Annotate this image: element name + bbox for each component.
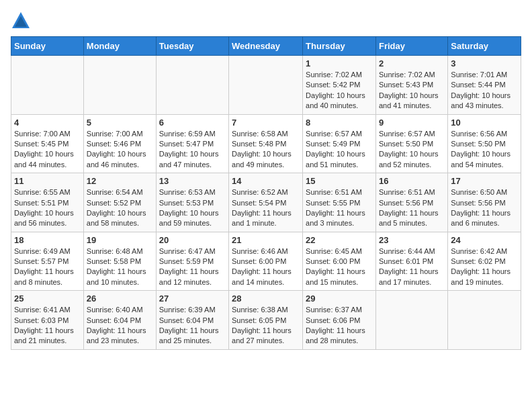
- day-number: 12: [87, 176, 153, 186]
- day-number: 7: [232, 118, 300, 128]
- calendar-cell: [375, 291, 447, 350]
- day-number: 11: [14, 176, 81, 186]
- day-number: 1: [306, 58, 373, 68]
- week-row-4: 18Sunrise: 6:49 AM Sunset: 5:57 PM Dayli…: [11, 232, 521, 291]
- day-info: Sunrise: 6:46 AM Sunset: 6:00 PM Dayligh…: [232, 246, 300, 288]
- day-header-wednesday: Wednesday: [229, 37, 303, 56]
- calendar-cell: 20Sunrise: 6:47 AM Sunset: 5:59 PM Dayli…: [156, 232, 228, 291]
- calendar-cell: 10Sunrise: 6:56 AM Sunset: 5:50 PM Dayli…: [448, 114, 521, 173]
- day-number: 2: [379, 58, 445, 68]
- day-info: Sunrise: 6:59 AM Sunset: 5:47 PM Dayligh…: [159, 129, 226, 171]
- calendar-cell: 24Sunrise: 6:42 AM Sunset: 6:02 PM Dayli…: [448, 232, 521, 291]
- logo: [11, 11, 34, 31]
- calendar-cell: 29Sunrise: 6:37 AM Sunset: 6:06 PM Dayli…: [303, 291, 376, 350]
- day-number: 15: [306, 176, 373, 186]
- calendar-cell: 9Sunrise: 6:57 AM Sunset: 5:50 PM Daylig…: [375, 114, 447, 173]
- day-number: 9: [379, 118, 445, 128]
- calendar-cell: 26Sunrise: 6:40 AM Sunset: 6:04 PM Dayli…: [83, 291, 156, 350]
- week-row-1: 1Sunrise: 7:02 AM Sunset: 5:42 PM Daylig…: [11, 56, 521, 115]
- calendar-cell: 11Sunrise: 6:55 AM Sunset: 5:51 PM Dayli…: [11, 173, 84, 232]
- week-row-2: 4Sunrise: 7:00 AM Sunset: 5:45 PM Daylig…: [11, 114, 521, 173]
- day-number: 4: [14, 118, 81, 128]
- day-number: 28: [232, 293, 300, 304]
- calendar-cell: 3Sunrise: 7:01 AM Sunset: 5:44 PM Daylig…: [448, 56, 521, 115]
- day-info: Sunrise: 7:02 AM Sunset: 5:42 PM Dayligh…: [306, 70, 373, 111]
- week-row-5: 25Sunrise: 6:41 AM Sunset: 6:03 PM Dayli…: [11, 291, 521, 350]
- day-info: Sunrise: 6:45 AM Sunset: 6:00 PM Dayligh…: [306, 246, 373, 288]
- calendar-cell: 19Sunrise: 6:48 AM Sunset: 5:58 PM Dayli…: [83, 232, 156, 291]
- logo-icon: [11, 11, 31, 31]
- calendar-cell: [448, 291, 521, 350]
- day-info: Sunrise: 6:49 AM Sunset: 5:57 PM Dayligh…: [14, 246, 81, 288]
- day-info: Sunrise: 6:44 AM Sunset: 6:01 PM Dayligh…: [379, 246, 445, 288]
- day-info: Sunrise: 7:00 AM Sunset: 5:45 PM Dayligh…: [14, 129, 81, 171]
- calendar-cell: 27Sunrise: 6:39 AM Sunset: 6:04 PM Dayli…: [156, 291, 228, 350]
- day-number: 13: [159, 176, 226, 186]
- calendar-cell: 6Sunrise: 6:59 AM Sunset: 5:47 PM Daylig…: [156, 114, 228, 173]
- day-number: 8: [306, 118, 373, 128]
- day-header-friday: Friday: [375, 37, 447, 56]
- day-number: 22: [306, 235, 373, 245]
- calendar-cell: 25Sunrise: 6:41 AM Sunset: 6:03 PM Dayli…: [11, 291, 84, 350]
- day-info: Sunrise: 6:48 AM Sunset: 5:58 PM Dayligh…: [87, 246, 153, 288]
- day-number: 26: [87, 293, 153, 304]
- day-info: Sunrise: 6:57 AM Sunset: 5:50 PM Dayligh…: [379, 129, 445, 171]
- calendar-cell: 13Sunrise: 6:53 AM Sunset: 5:53 PM Dayli…: [156, 173, 228, 232]
- day-header-tuesday: Tuesday: [156, 37, 228, 56]
- calendar-cell: 7Sunrise: 6:58 AM Sunset: 5:48 PM Daylig…: [229, 114, 303, 173]
- day-number: 21: [232, 235, 300, 245]
- calendar-cell: 17Sunrise: 6:50 AM Sunset: 5:56 PM Dayli…: [448, 173, 521, 232]
- day-info: Sunrise: 7:02 AM Sunset: 5:43 PM Dayligh…: [379, 70, 445, 111]
- day-info: Sunrise: 6:47 AM Sunset: 5:59 PM Dayligh…: [159, 246, 226, 288]
- calendar-cell: 18Sunrise: 6:49 AM Sunset: 5:57 PM Dayli…: [11, 232, 84, 291]
- day-info: Sunrise: 6:38 AM Sunset: 6:05 PM Dayligh…: [232, 305, 300, 347]
- day-header-sunday: Sunday: [11, 37, 84, 56]
- day-info: Sunrise: 6:57 AM Sunset: 5:49 PM Dayligh…: [306, 129, 373, 171]
- day-header-thursday: Thursday: [303, 37, 376, 56]
- day-info: Sunrise: 6:58 AM Sunset: 5:48 PM Dayligh…: [232, 129, 300, 171]
- calendar-cell: 4Sunrise: 7:00 AM Sunset: 5:45 PM Daylig…: [11, 114, 84, 173]
- day-info: Sunrise: 6:51 AM Sunset: 5:56 PM Dayligh…: [379, 187, 445, 229]
- calendar-cell: 2Sunrise: 7:02 AM Sunset: 5:43 PM Daylig…: [375, 56, 447, 115]
- calendar-cell: 16Sunrise: 6:51 AM Sunset: 5:56 PM Dayli…: [375, 173, 447, 232]
- day-info: Sunrise: 6:39 AM Sunset: 6:04 PM Dayligh…: [159, 305, 226, 347]
- day-info: Sunrise: 6:50 AM Sunset: 5:56 PM Dayligh…: [451, 187, 518, 229]
- page-header: [11, 11, 521, 31]
- calendar-cell: 23Sunrise: 6:44 AM Sunset: 6:01 PM Dayli…: [375, 232, 447, 291]
- calendar-cell: 22Sunrise: 6:45 AM Sunset: 6:00 PM Dayli…: [303, 232, 376, 291]
- day-info: Sunrise: 6:37 AM Sunset: 6:06 PM Dayligh…: [306, 305, 373, 347]
- day-number: 23: [379, 235, 445, 245]
- day-number: 6: [159, 118, 226, 128]
- day-number: 18: [14, 235, 81, 245]
- day-number: 17: [451, 176, 518, 186]
- day-number: 19: [87, 235, 153, 245]
- day-number: 24: [451, 235, 518, 245]
- day-info: Sunrise: 6:53 AM Sunset: 5:53 PM Dayligh…: [159, 187, 226, 229]
- day-info: Sunrise: 6:41 AM Sunset: 6:03 PM Dayligh…: [14, 305, 81, 347]
- day-number: 29: [306, 293, 373, 304]
- calendar-cell: 21Sunrise: 6:46 AM Sunset: 6:00 PM Dayli…: [229, 232, 303, 291]
- day-info: Sunrise: 6:56 AM Sunset: 5:50 PM Dayligh…: [451, 129, 518, 171]
- calendar-cell: [229, 56, 303, 115]
- calendar-cell: 5Sunrise: 7:00 AM Sunset: 5:46 PM Daylig…: [83, 114, 156, 173]
- day-info: Sunrise: 6:51 AM Sunset: 5:55 PM Dayligh…: [306, 187, 373, 229]
- day-number: 14: [232, 176, 300, 186]
- calendar-cell: [83, 56, 156, 115]
- day-number: 16: [379, 176, 445, 186]
- day-info: Sunrise: 6:40 AM Sunset: 6:04 PM Dayligh…: [87, 305, 153, 347]
- day-header-monday: Monday: [83, 37, 156, 56]
- day-number: 3: [451, 58, 518, 68]
- calendar-cell: 12Sunrise: 6:54 AM Sunset: 5:52 PM Dayli…: [83, 173, 156, 232]
- day-number: 25: [14, 293, 81, 304]
- calendar-header-row: SundayMondayTuesdayWednesdayThursdayFrid…: [11, 37, 521, 56]
- day-number: 5: [87, 118, 153, 128]
- day-info: Sunrise: 6:52 AM Sunset: 5:54 PM Dayligh…: [232, 187, 300, 229]
- day-header-saturday: Saturday: [448, 37, 521, 56]
- calendar-cell: 14Sunrise: 6:52 AM Sunset: 5:54 PM Dayli…: [229, 173, 303, 232]
- calendar-cell: 8Sunrise: 6:57 AM Sunset: 5:49 PM Daylig…: [303, 114, 376, 173]
- day-info: Sunrise: 7:01 AM Sunset: 5:44 PM Dayligh…: [451, 70, 518, 111]
- day-info: Sunrise: 7:00 AM Sunset: 5:46 PM Dayligh…: [87, 129, 153, 171]
- day-number: 27: [159, 293, 226, 304]
- calendar-cell: [11, 56, 84, 115]
- day-info: Sunrise: 6:55 AM Sunset: 5:51 PM Dayligh…: [14, 187, 81, 229]
